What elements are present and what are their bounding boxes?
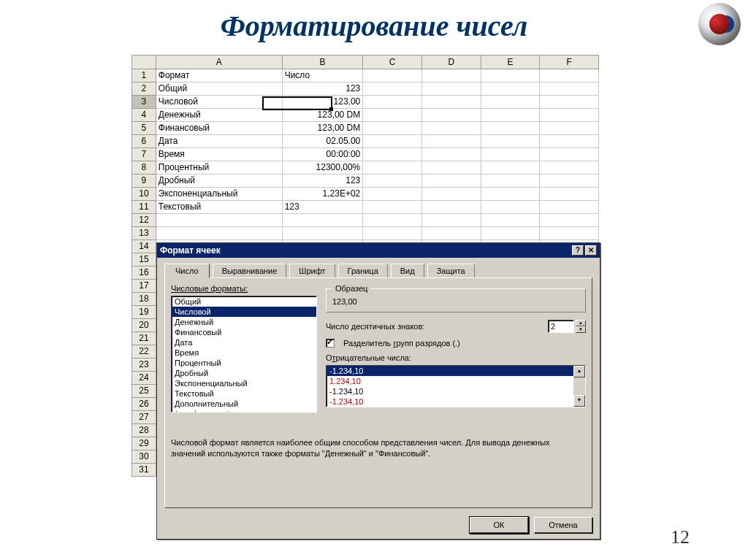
- tab-защита[interactable]: Защита: [427, 264, 475, 277]
- cell[interactable]: [363, 174, 422, 187]
- cell[interactable]: [540, 82, 599, 95]
- format-option[interactable]: Числовой: [172, 307, 316, 317]
- cell[interactable]: 1,23E+02: [282, 187, 363, 200]
- column-header-D[interactable]: D: [421, 55, 481, 69]
- cell[interactable]: 123,00 DM: [282, 108, 363, 121]
- cell[interactable]: 00:00:00: [282, 147, 363, 161]
- tab-граница[interactable]: Граница: [338, 264, 388, 277]
- cell[interactable]: [363, 147, 422, 161]
- cell[interactable]: [156, 226, 282, 239]
- cell[interactable]: Время: [156, 147, 282, 161]
- cell[interactable]: [481, 226, 540, 239]
- decimals-spinner[interactable]: ▲ ▼: [548, 320, 586, 333]
- cell[interactable]: [156, 213, 282, 226]
- cell[interactable]: [540, 95, 599, 108]
- row-header[interactable]: 3: [132, 95, 156, 108]
- decimals-input[interactable]: [548, 320, 574, 333]
- row-header[interactable]: 2: [132, 82, 156, 95]
- cell[interactable]: [481, 134, 540, 147]
- dialog-titlebar[interactable]: Формат ячеек ? ✕: [157, 243, 600, 258]
- cell[interactable]: [421, 161, 481, 174]
- cell[interactable]: [421, 200, 481, 213]
- row-header[interactable]: 1: [132, 69, 156, 82]
- row-header[interactable]: 28: [132, 423, 156, 437]
- negative-option[interactable]: -1.234,10: [327, 366, 585, 376]
- tab-выравнивание[interactable]: Выравнивание: [213, 264, 287, 277]
- scroll-up-icon[interactable]: ▲: [573, 366, 585, 377]
- cell[interactable]: [540, 134, 599, 147]
- tab-шрифт[interactable]: Шрифт: [289, 264, 335, 277]
- cell[interactable]: [540, 213, 599, 226]
- cell[interactable]: [481, 95, 540, 108]
- cell[interactable]: [363, 95, 422, 108]
- tab-число[interactable]: Число: [164, 264, 210, 278]
- cell[interactable]: [363, 134, 422, 147]
- cell[interactable]: 02.05.00: [282, 134, 363, 147]
- cell[interactable]: [540, 69, 599, 82]
- row-header[interactable]: 18: [132, 292, 156, 305]
- row-header[interactable]: 4: [132, 108, 156, 121]
- cell[interactable]: [481, 121, 540, 134]
- column-header-A[interactable]: A: [156, 55, 282, 69]
- cell[interactable]: [363, 121, 422, 134]
- cell[interactable]: [421, 174, 481, 187]
- cell[interactable]: [481, 108, 540, 121]
- row-header[interactable]: 23: [132, 358, 156, 371]
- cell[interactable]: [282, 213, 363, 226]
- row-header[interactable]: 26: [132, 397, 156, 410]
- column-header-F[interactable]: F: [540, 55, 599, 69]
- row-header[interactable]: 30: [132, 450, 156, 463]
- cell[interactable]: [540, 121, 599, 134]
- cell[interactable]: Числовой: [156, 95, 282, 108]
- cell[interactable]: Общий: [156, 82, 282, 95]
- row-header[interactable]: 27: [132, 410, 156, 423]
- cell[interactable]: 123: [282, 82, 363, 95]
- cell[interactable]: [481, 161, 540, 174]
- cell[interactable]: [540, 226, 599, 239]
- row-header[interactable]: 17: [132, 279, 156, 292]
- cell[interactable]: [363, 108, 422, 121]
- cell[interactable]: [481, 200, 540, 213]
- help-button[interactable]: ?: [572, 245, 584, 256]
- spinner-down-icon[interactable]: ▼: [576, 326, 586, 333]
- cell[interactable]: 123: [282, 200, 363, 213]
- cell[interactable]: [363, 69, 422, 82]
- cell[interactable]: [421, 226, 481, 239]
- format-option[interactable]: Общий: [172, 296, 316, 307]
- cell[interactable]: [363, 82, 422, 95]
- cell[interactable]: [421, 187, 481, 200]
- row-header[interactable]: 29: [132, 437, 156, 450]
- row-header[interactable]: 15: [132, 253, 156, 266]
- column-header-E[interactable]: E: [481, 55, 540, 69]
- format-option[interactable]: (все форматы): [172, 409, 316, 413]
- row-header[interactable]: 25: [132, 384, 156, 397]
- cell[interactable]: [363, 187, 422, 200]
- cell[interactable]: [421, 82, 481, 95]
- cell[interactable]: [540, 200, 599, 213]
- row-header[interactable]: 19: [132, 305, 156, 318]
- cell[interactable]: Дата: [156, 134, 282, 147]
- close-button[interactable]: ✕: [585, 245, 597, 256]
- row-header[interactable]: 6: [132, 134, 156, 147]
- number-formats-listbox[interactable]: ОбщийЧисловойДенежныйФинансовыйДатаВремя…: [171, 296, 317, 413]
- listbox-scrollbar[interactable]: ▲ ▼: [573, 366, 585, 407]
- cell[interactable]: [540, 108, 599, 121]
- row-header[interactable]: 5: [132, 121, 156, 134]
- row-header[interactable]: 24: [132, 371, 156, 384]
- row-header[interactable]: 12: [132, 213, 156, 226]
- row-header[interactable]: 14: [132, 239, 156, 253]
- cell[interactable]: [421, 213, 481, 226]
- cell[interactable]: [540, 161, 599, 174]
- cell[interactable]: [481, 213, 540, 226]
- ok-button[interactable]: ОК: [470, 517, 528, 533]
- format-option[interactable]: Дробный: [172, 368, 316, 378]
- row-header[interactable]: 31: [132, 463, 156, 476]
- negative-numbers-listbox[interactable]: -1.234,101.234,10-1.234,10-1.234,10 ▲ ▼: [326, 365, 586, 407]
- negative-option[interactable]: 1.234,10: [327, 376, 585, 386]
- tab-вид[interactable]: Вид: [391, 264, 424, 277]
- cell[interactable]: [421, 134, 481, 147]
- cell[interactable]: 12300,00%: [282, 161, 363, 174]
- cell[interactable]: Экспоненциальный: [156, 187, 282, 200]
- cell[interactable]: [421, 108, 481, 121]
- format-option[interactable]: Денежный: [172, 317, 316, 327]
